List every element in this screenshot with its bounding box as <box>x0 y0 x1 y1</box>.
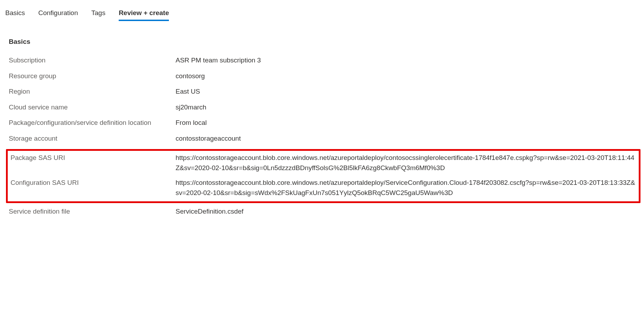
field-label-service-definition-file: Service definition file <box>9 207 176 217</box>
field-label-configuration-sas-uri: Configuration SAS URI <box>11 178 176 188</box>
field-row-package-location: Package/configuration/service definition… <box>9 118 639 128</box>
field-value-subscription: ASR PM team subscription 3 <box>176 55 639 66</box>
field-value-service-definition-file: ServiceDefinition.csdef <box>176 207 639 217</box>
field-value-storage-account: contosstorageaccount <box>176 134 639 144</box>
field-row-storage-account: Storage account contosstorageaccount <box>9 134 639 144</box>
field-row-service-definition-file: Service definition file ServiceDefinitio… <box>9 207 639 217</box>
field-label-package-location: Package/configuration/service definition… <box>9 118 176 128</box>
field-row-package-sas-uri: Package SAS URI https://contosstorageacc… <box>9 153 639 173</box>
field-label-resource-group: Resource group <box>9 71 176 81</box>
field-row-resource-group: Resource group contosorg <box>9 71 639 81</box>
review-section: Basics Subscription ASR PM team subscrip… <box>5 38 639 217</box>
field-row-cloud-service-name: Cloud service name sj20march <box>9 102 639 113</box>
field-label-subscription: Subscription <box>9 55 176 66</box>
highlight-box: Package SAS URI https://contosstorageacc… <box>6 149 640 203</box>
field-label-cloud-service-name: Cloud service name <box>9 102 176 113</box>
tab-configuration[interactable]: Configuration <box>38 7 78 20</box>
tab-tags[interactable]: Tags <box>91 7 105 20</box>
field-row-region: Region East US <box>9 87 639 97</box>
field-label-package-sas-uri: Package SAS URI <box>11 153 176 163</box>
field-value-configuration-sas-uri: https://contosstorageaccount.blob.core.w… <box>176 178 639 198</box>
section-heading-basics: Basics <box>9 38 639 46</box>
field-value-cloud-service-name: sj20march <box>176 102 639 113</box>
tab-review-create[interactable]: Review + create <box>119 7 169 20</box>
field-label-storage-account: Storage account <box>9 134 176 144</box>
field-value-region: East US <box>176 87 639 97</box>
field-row-subscription: Subscription ASR PM team subscription 3 <box>9 55 639 66</box>
tab-basics[interactable]: Basics <box>5 7 25 20</box>
tab-bar: Basics Configuration Tags Review + creat… <box>5 7 639 20</box>
field-value-package-sas-uri: https://contosstorageaccount.blob.core.w… <box>176 153 639 173</box>
field-label-region: Region <box>9 87 176 97</box>
field-row-configuration-sas-uri: Configuration SAS URI https://contosstor… <box>9 178 639 198</box>
field-value-package-location: From local <box>176 118 639 128</box>
field-value-resource-group: contosorg <box>176 71 639 81</box>
